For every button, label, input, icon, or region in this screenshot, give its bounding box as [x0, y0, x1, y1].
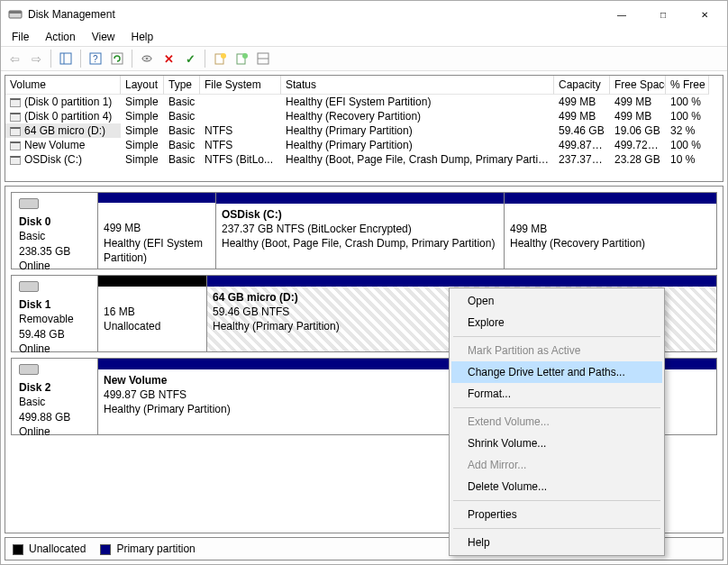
svg-text:?: ?: [93, 54, 98, 64]
disk: Disk 0Basic238.35 GBOnline499 MBHealthy …: [11, 192, 717, 269]
disk-label[interactable]: Disk 1Removable59.48 GBOnline: [12, 276, 98, 351]
volume-list: Volume Layout Type File System Status Ca…: [5, 75, 723, 182]
volume-row[interactable]: OSDisk (C:)SimpleBasicNTFS (BitLo...Heal…: [5, 152, 723, 167]
volume-row[interactable]: (Disk 0 partition 1)SimpleBasicHealthy (…: [5, 95, 723, 109]
back-button: ⇦: [5, 49, 24, 68]
volume-icon: [10, 127, 21, 136]
disk-partitions: 499 MBHealthy (EFI System Partition)OSDi…: [98, 193, 716, 269]
volume-list-body[interactable]: (Disk 0 partition 1)SimpleBasicHealthy (…: [5, 95, 723, 181]
window-buttons: — □ ✕: [601, 1, 725, 28]
col-type[interactable]: Type: [164, 76, 200, 95]
legend-primary: Primary partition: [100, 542, 195, 555]
help-button[interactable]: ?: [86, 49, 105, 68]
new-button-1[interactable]: [210, 49, 230, 68]
forward-button: ⇨: [26, 49, 46, 68]
disk-label[interactable]: Disk 0Basic238.35 GBOnline: [12, 193, 98, 269]
col-pct[interactable]: % Free: [666, 76, 709, 95]
refresh-button[interactable]: [107, 49, 127, 68]
context-menu: OpenExploreMark Partition as ActiveChang…: [449, 287, 665, 556]
menu-file[interactable]: File: [5, 29, 36, 45]
volume-icon: [10, 156, 21, 165]
col-fs[interactable]: File System: [200, 76, 281, 95]
menubar: File Action View Help: [1, 28, 727, 46]
context-menu-item: Mark Partition as Active: [451, 340, 662, 361]
svg-rect-6: [112, 53, 123, 64]
maximize-button[interactable]: □: [642, 1, 684, 28]
partition[interactable]: 16 MBUnallocated: [98, 276, 206, 351]
svg-rect-1: [9, 11, 22, 14]
app-icon: [8, 7, 23, 22]
partition[interactable]: OSDisk (C:)237.37 GB NTFS (BitLocker Enc…: [215, 193, 504, 269]
col-layout[interactable]: Layout: [121, 76, 164, 95]
partition[interactable]: 499 MBHealthy (Recovery Partition): [504, 193, 716, 269]
svg-point-8: [146, 58, 148, 59]
titlebar: Disk Management — □ ✕: [1, 1, 727, 28]
close-button[interactable]: ✕: [684, 1, 725, 28]
context-menu-item[interactable]: Delete Volume...: [451, 476, 662, 497]
volume-icon: [10, 98, 21, 107]
new-button-2[interactable]: [232, 49, 251, 68]
svg-point-10: [221, 53, 226, 59]
col-volume[interactable]: Volume: [5, 76, 121, 95]
disk-label[interactable]: Disk 2Basic499.88 GBOnline: [12, 359, 98, 434]
col-free[interactable]: Free Space: [610, 76, 666, 95]
volume-list-header: Volume Layout Type File System Status Ca…: [5, 76, 723, 95]
menu-view[interactable]: View: [85, 29, 123, 45]
svg-point-12: [242, 53, 248, 59]
window-title: Disk Management: [28, 8, 601, 21]
context-menu-separator: [453, 500, 660, 501]
delete-button[interactable]: ✕: [159, 49, 178, 68]
legend-unallocated: Unallocated: [13, 542, 86, 555]
minimize-button[interactable]: —: [601, 1, 642, 28]
svg-rect-2: [60, 53, 71, 64]
check-button[interactable]: ✓: [180, 49, 200, 68]
col-capacity[interactable]: Capacity: [554, 76, 610, 95]
volume-row[interactable]: 64 GB micro (D:)SimpleBasicNTFSHealthy (…: [5, 123, 723, 138]
menu-action[interactable]: Action: [38, 29, 82, 45]
toolbar: ⇦ ⇨ ? ✕ ✓: [1, 46, 727, 71]
context-menu-item[interactable]: Properties: [451, 504, 662, 525]
partition[interactable]: 499 MBHealthy (EFI System Partition): [98, 193, 215, 269]
context-menu-separator: [453, 528, 660, 529]
context-menu-item[interactable]: Open: [451, 290, 662, 312]
panel-layout-button[interactable]: [253, 49, 273, 68]
disk-icon: [19, 281, 39, 292]
context-menu-item: Extend Volume...: [451, 411, 662, 433]
context-menu-item[interactable]: Help: [451, 532, 662, 553]
context-menu-item[interactable]: Explore: [451, 312, 662, 333]
context-menu-item[interactable]: Format...: [451, 383, 662, 405]
show-hide-console-tree-button[interactable]: [56, 49, 76, 68]
menu-help[interactable]: Help: [124, 29, 161, 45]
context-menu-item[interactable]: Change Drive Letter and Paths...: [451, 361, 662, 383]
volume-row[interactable]: (Disk 0 partition 4)SimpleBasicHealthy (…: [5, 109, 723, 123]
col-status[interactable]: Status: [281, 76, 554, 95]
volume-row[interactable]: New VolumeSimpleBasicNTFSHealthy (Primar…: [5, 138, 723, 152]
volume-icon: [10, 141, 21, 150]
disk-icon: [19, 364, 39, 375]
context-menu-separator: [453, 336, 660, 337]
rescan-disks-button[interactable]: [137, 49, 157, 68]
context-menu-separator: [453, 407, 660, 408]
context-menu-item[interactable]: Shrink Volume...: [451, 433, 662, 454]
volume-icon: [10, 113, 21, 122]
disk-icon: [19, 198, 39, 209]
context-menu-item: Add Mirror...: [451, 454, 662, 476]
